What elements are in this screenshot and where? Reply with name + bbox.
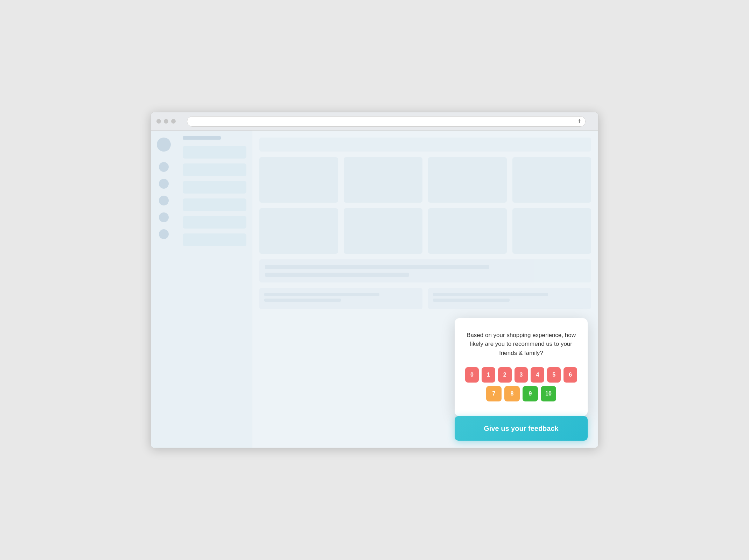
product-card-8[interactable] — [512, 208, 591, 254]
close-button-icon[interactable] — [156, 119, 161, 124]
nps-btn-10[interactable]: 10 — [541, 386, 556, 401]
main-content: Based on your shopping experience, how l… — [252, 131, 598, 448]
browser-chrome: ⬆ — [151, 112, 598, 131]
nps-btn-8[interactable]: 8 — [504, 386, 520, 401]
nps-btn-2[interactable]: 2 — [498, 367, 512, 383]
product-card-6[interactable] — [344, 208, 422, 254]
bottom-line-3 — [433, 293, 548, 296]
product-card-5[interactable] — [259, 208, 338, 254]
panel-section-header — [183, 136, 221, 140]
panel-item-6[interactable] — [183, 233, 246, 246]
product-card-2[interactable] — [344, 157, 422, 203]
nps-buttons-row-2: 7 8 9 10 — [465, 386, 577, 401]
feedback-button[interactable]: Give us your feedback — [455, 416, 588, 441]
bottom-content — [259, 288, 591, 309]
address-bar[interactable]: ⬆ — [187, 116, 586, 127]
minimize-button-icon[interactable] — [164, 119, 168, 124]
sidebar-item-1[interactable] — [159, 162, 169, 172]
content-top-bar — [259, 138, 591, 152]
panel-item-3[interactable] — [183, 181, 246, 194]
left-panel — [177, 131, 252, 448]
text-row-1 — [265, 265, 489, 269]
page-content: Based on your shopping experience, how l… — [151, 131, 598, 448]
traffic-lights — [156, 119, 176, 124]
sidebar-item-4[interactable] — [159, 212, 169, 222]
bottom-line-1 — [264, 293, 379, 296]
panel-item-4[interactable] — [183, 198, 246, 211]
nps-btn-5[interactable]: 5 — [547, 367, 561, 383]
bottom-line-4 — [433, 299, 510, 302]
panel-item-5[interactable] — [183, 216, 246, 229]
panel-item-2[interactable] — [183, 163, 246, 176]
browser-window: ⬆ — [150, 112, 598, 448]
nps-btn-4[interactable]: 4 — [531, 367, 544, 383]
nps-popup: Based on your shopping experience, how l… — [455, 318, 588, 416]
nps-btn-9[interactable]: 9 — [523, 386, 538, 401]
text-row-2 — [265, 273, 409, 277]
bottom-block-1 — [259, 288, 422, 309]
text-rows-section — [259, 259, 591, 282]
bottom-block-2 — [428, 288, 591, 309]
sidebar-item-2[interactable] — [159, 179, 169, 189]
nps-buttons-row-1: 0 1 2 3 4 5 6 — [465, 367, 577, 383]
sidebar-item-3[interactable] — [159, 196, 169, 205]
maximize-button-icon[interactable] — [171, 119, 176, 124]
product-grid — [259, 157, 591, 254]
product-card-7[interactable] — [428, 208, 507, 254]
nav-avatar[interactable] — [157, 138, 171, 152]
panel-item-1[interactable] — [183, 146, 246, 159]
share-icon[interactable]: ⬆ — [577, 118, 582, 125]
sidebar-nav — [151, 131, 177, 448]
nps-btn-6[interactable]: 6 — [564, 367, 577, 383]
nps-btn-3[interactable]: 3 — [514, 367, 528, 383]
nps-question: Based on your shopping experience, how l… — [465, 331, 577, 358]
nps-btn-0[interactable]: 0 — [465, 367, 479, 383]
product-card-1[interactable] — [259, 157, 338, 203]
bottom-line-2 — [264, 299, 341, 302]
nps-btn-1[interactable]: 1 — [482, 367, 495, 383]
nps-btn-7[interactable]: 7 — [486, 386, 502, 401]
product-card-4[interactable] — [512, 157, 591, 203]
sidebar-item-5[interactable] — [159, 229, 169, 239]
product-card-3[interactable] — [428, 157, 507, 203]
